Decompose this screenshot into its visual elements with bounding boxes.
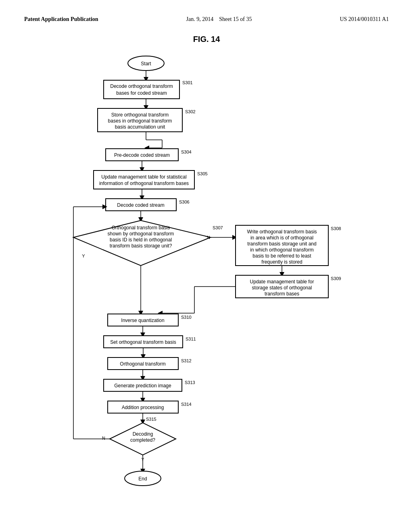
s308-text-line4: in which orthogonal transform (250, 247, 313, 253)
s308-text-line5: basis to be referred to least (252, 253, 311, 259)
header: Patent Application Publication Jan. 9, 2… (24, 16, 389, 23)
s309-text-line2: storage states of orthogonal (252, 285, 312, 291)
figure-title: FIG. 14 (24, 35, 389, 44)
svg-rect-2 (104, 80, 179, 99)
s315-text-line2: completed? (130, 437, 155, 443)
header-date-sheet: Jan. 9, 2014 Sheet 15 of 35 (186, 16, 252, 23)
s307-text-line1: Orthogonal transform basis (112, 225, 170, 231)
s307-label: S307 (213, 225, 223, 230)
end-label: End (138, 476, 147, 482)
s302-text-line2: bases in orthogonal transform (108, 118, 172, 124)
s305-text-line1: Update management table for statistical (101, 174, 186, 180)
s311-label: S311 (186, 337, 196, 341)
s309-label: S309 (331, 276, 341, 281)
s304-text: Pre-decode coded stream (114, 152, 170, 158)
s315-label: S315 (146, 417, 156, 422)
s306-label: S306 (179, 200, 190, 204)
page: Patent Application Publication Jan. 9, 2… (0, 0, 413, 532)
s308-text-line3: transform basis storage unit and (247, 241, 316, 247)
s314-label: S314 (181, 402, 192, 407)
s302-text-line1: Store orthogonal transform (111, 112, 169, 118)
s309-text-line3: transform bases (265, 291, 299, 297)
start-label: Start (141, 61, 151, 66)
s302-text-line3: basis accumulation unit (115, 124, 165, 130)
s301-label: S301 (182, 80, 193, 85)
s313-label: S313 (185, 380, 195, 385)
s308-label: S308 (331, 226, 341, 231)
header-publication: Patent Application Publication (24, 16, 98, 23)
s315-text-line1: Decoding (133, 431, 153, 437)
s301-text-line1: Decode orthogonal transform (110, 83, 173, 89)
s305-text-line2: information of orthogonal transform base… (99, 181, 189, 186)
s315-n-label: N (102, 436, 105, 441)
s312-text: Orthogonal transform (120, 361, 165, 367)
s305-label: S305 (197, 171, 208, 176)
s311-text: Set orthogonal transform basis (110, 339, 176, 345)
s307-text-line4: transform basis storage unit? (110, 243, 172, 249)
s301-text-line2: bases for coded stream (116, 90, 167, 96)
svg-rect-11 (94, 170, 194, 189)
s307-n-label: N (207, 235, 210, 240)
s307-text-line2: shown by orthogonal transform (108, 231, 174, 237)
s310-label: S310 (181, 315, 192, 320)
s307-y-label: Y (82, 254, 85, 258)
s302-label: S302 (185, 109, 196, 114)
s306-text: Decode coded stream (117, 202, 164, 208)
s310-text: Inverse quantization (121, 318, 164, 323)
s307-text-line3: basis ID is held in orthogonal (110, 237, 172, 243)
s314-text: Addition processing (122, 405, 164, 410)
s309-text-line1: Update management table for (250, 279, 314, 285)
header-patent-number: US 2014/0010311 A1 (340, 16, 389, 23)
s308-text-line6: frequently is stored (261, 259, 302, 265)
s312-label: S312 (181, 358, 192, 363)
s308-text-line2: in area which is of orthogonal (250, 235, 313, 241)
flowchart-diagram: text { font-family: Arial, sans-serif; f… (41, 52, 372, 507)
s304-label: S304 (181, 150, 192, 154)
s308-text-line1: Write orthogonal transform basis (247, 229, 317, 235)
s313-text: Generate prediction image (114, 383, 171, 389)
